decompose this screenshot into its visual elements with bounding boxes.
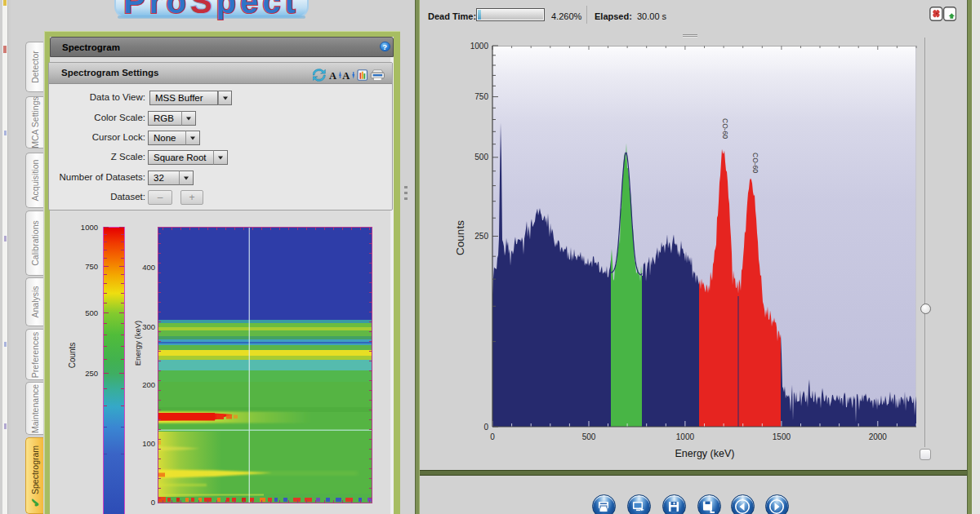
svg-text:1000: 1000 bbox=[676, 432, 695, 441]
svg-text:0: 0 bbox=[483, 423, 488, 432]
svg-text:500: 500 bbox=[474, 153, 488, 162]
svg-text:250: 250 bbox=[474, 232, 488, 241]
svg-text:500: 500 bbox=[582, 432, 596, 441]
svg-text:0: 0 bbox=[490, 432, 495, 441]
svg-text:CO-60: CO-60 bbox=[721, 118, 729, 139]
svg-text:2000: 2000 bbox=[869, 432, 888, 441]
svg-text:1500: 1500 bbox=[773, 432, 791, 441]
svg-text:1000: 1000 bbox=[470, 42, 489, 51]
svg-text:750: 750 bbox=[474, 92, 488, 101]
svg-text:CO-60: CO-60 bbox=[751, 153, 760, 173]
